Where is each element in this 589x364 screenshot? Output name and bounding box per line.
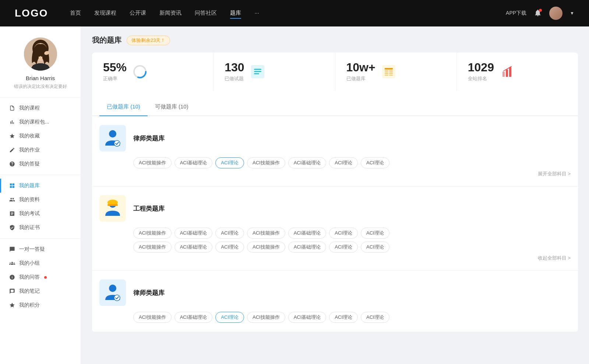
bank-card-lawyer-2: 律师类题库 ACI技能操作 ACI基础理论 ACI理论 ACI技能操作 ACI基… — [92, 271, 578, 332]
nav-home[interactable]: 首页 — [70, 8, 81, 19]
svg-point-25 — [114, 140, 120, 146]
sidebar-item-favorites[interactable]: 我的收藏 — [0, 129, 81, 143]
file-icon — [9, 105, 15, 111]
tab-available[interactable]: 可做题库 (10) — [148, 98, 196, 116]
tag[interactable]: ACI技能操作 — [133, 312, 172, 323]
tag[interactable]: ACI理论 — [329, 312, 358, 323]
lawyer-bank-icon-2 — [99, 279, 126, 306]
nav-question-bank[interactable]: 题库 — [230, 8, 241, 19]
nav-qa[interactable]: 问答社区 — [195, 8, 217, 19]
bank-card-engineer: 工程类题库 ACI技能操作 ACI基础理论 ACI理论 ACI技能操作 ACI基… — [92, 186, 578, 271]
sidebar-divider-1 — [0, 175, 81, 175]
tag[interactable]: ACI理论 — [329, 157, 358, 168]
sidebar-item-questions[interactable]: 我的答疑 — [0, 157, 81, 171]
tag[interactable]: ACI基础理论 — [288, 242, 327, 253]
tag[interactable]: ACI基础理论 — [288, 312, 327, 323]
user-avatar[interactable] — [549, 7, 562, 20]
tag[interactable]: ACI技能操作 — [247, 242, 285, 253]
header: LOGO 首页 发现课程 公开课 新闻资讯 问答社区 题库 ··· APP下载 … — [0, 0, 589, 26]
sidebar-motto: 错误的决定比没有决定要好 — [14, 83, 67, 90]
tag[interactable]: ACI基础理论 — [174, 242, 213, 253]
content-area: 55% 正确率 130 — [92, 53, 578, 332]
svg-rect-17 — [389, 70, 393, 72]
bank-tabs: 已做题库 (10) 可做题库 (10) — [92, 98, 578, 116]
tag[interactable]: ACI理论 — [215, 242, 244, 253]
sidebar-item-question-bank[interactable]: 我的题库 — [0, 179, 81, 193]
bank-title-lawyer-1: 律师类题库 — [133, 134, 165, 143]
notification-bell[interactable] — [534, 9, 542, 18]
tag[interactable]: ACI理论 — [361, 242, 389, 253]
sidebar-item-my-courses[interactable]: 我的课程 — [0, 101, 81, 115]
sidebar-item-homework[interactable]: 我的作业 — [0, 143, 81, 157]
user-menu-chevron[interactable]: ▼ — [570, 11, 574, 16]
tag[interactable]: ACI基础理论 — [174, 228, 213, 239]
bank-tags-lawyer-2: ACI技能操作 ACI基础理论 ACI理论 ACI技能操作 ACI基础理论 AC… — [99, 312, 571, 323]
sidebar-item-group[interactable]: 我的小组 — [0, 256, 81, 270]
tag-active[interactable]: ACI理论 — [215, 312, 244, 323]
tag[interactable]: ACI技能操作 — [247, 157, 285, 168]
user-icon — [9, 196, 15, 203]
tag[interactable]: ACI基础理论 — [174, 157, 213, 168]
stat-rank-value: 1029 — [468, 61, 494, 73]
nav-discover[interactable]: 发现课程 — [94, 8, 116, 19]
stat-accuracy: 55% 正确率 — [92, 53, 214, 91]
tag[interactable]: ACI理论 — [215, 228, 244, 239]
tag[interactable]: ACI技能操作 — [133, 242, 172, 253]
tag[interactable]: ACI理论 — [361, 157, 389, 168]
qa-icon — [9, 274, 15, 281]
tag[interactable]: ACI技能操作 — [133, 157, 172, 168]
nav-more[interactable]: ··· — [254, 8, 259, 19]
sidebar-item-points[interactable]: 我的积分 — [0, 298, 81, 312]
svg-point-29 — [109, 285, 116, 292]
collapse-button-engineer[interactable]: 收起全部科目 > — [99, 253, 571, 261]
stat-rank-label: 全站排名 — [468, 75, 494, 82]
trial-badge: 体验剩余23天！ — [127, 36, 170, 45]
app-download-button[interactable]: APP下载 — [506, 10, 526, 17]
sidebar-item-course-package[interactable]: 我的课程包... — [0, 115, 81, 129]
tag-active[interactable]: ACI理论 — [215, 157, 244, 168]
sidebar: Brian Harris 错误的决定比没有决定要好 我的课程 我的课程包... … — [0, 26, 81, 364]
tab-done[interactable]: 已做题库 (10) — [99, 98, 148, 116]
tag[interactable]: ACI基础理论 — [288, 157, 327, 168]
svg-rect-4 — [39, 57, 42, 61]
svg-rect-11 — [254, 73, 259, 74]
tag[interactable]: ACI技能操作 — [247, 312, 285, 323]
stat-accuracy-value: 55% — [103, 61, 127, 73]
expand-button-1[interactable]: 展开全部科目 > — [99, 168, 571, 177]
group-icon — [9, 260, 15, 267]
nav-open-course[interactable]: 公开课 — [130, 8, 146, 19]
main-content: 我的题库 体验剩余23天！ 55% 正确率 — [81, 26, 589, 364]
tag[interactable]: ACI基础理论 — [288, 228, 327, 239]
sidebar-item-my-qa[interactable]: 我的问答 — [0, 270, 81, 284]
pie-chart-icon — [133, 64, 147, 79]
sidebar-item-certificate[interactable]: 我的证书 — [0, 221, 81, 235]
sidebar-divider-top — [0, 97, 81, 97]
sidebar-avatar — [24, 38, 57, 71]
nav-news[interactable]: 新闻资讯 — [159, 8, 181, 19]
logo[interactable]: LOGO — [15, 7, 48, 19]
bar-chart-icon — [9, 119, 15, 125]
chat-icon — [9, 246, 15, 253]
header-right: APP下载 ▼ — [506, 7, 574, 20]
stat-banks-done: 10w+ 已做题库 — [335, 53, 457, 91]
bank-title-engineer: 工程类题库 — [133, 204, 165, 213]
lawyer-bank-icon — [99, 125, 126, 151]
score-icon — [9, 302, 15, 308]
tag[interactable]: ACI技能操作 — [247, 228, 285, 239]
sidebar-item-profile[interactable]: 我的资料 — [0, 193, 81, 207]
sidebar-item-notes[interactable]: 我的笔记 — [0, 284, 81, 298]
tag[interactable]: ACI理论 — [329, 228, 358, 239]
document-icon — [9, 210, 15, 217]
tag[interactable]: ACI理论 — [361, 312, 389, 323]
svg-rect-22 — [509, 67, 511, 77]
tag[interactable]: ACI技能操作 — [133, 228, 172, 239]
svg-rect-14 — [385, 70, 388, 72]
sidebar-item-exams[interactable]: 我的考试 — [0, 207, 81, 221]
svg-rect-12 — [382, 65, 395, 78]
table-icon — [381, 64, 396, 79]
tag[interactable]: ACI理论 — [361, 228, 389, 239]
tag[interactable]: ACI基础理论 — [174, 312, 213, 323]
sidebar-item-one-on-one[interactable]: 一对一答疑 — [0, 242, 81, 256]
stat-questions-done-label: 已做试题 — [225, 75, 244, 82]
tag[interactable]: ACI理论 — [329, 242, 358, 253]
